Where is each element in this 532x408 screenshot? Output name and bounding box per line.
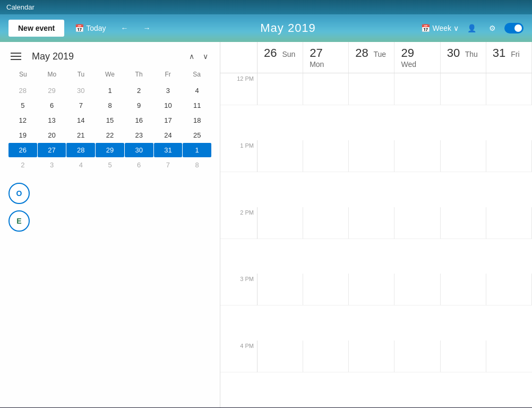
mini-cal-day-13[interactable]: 13: [38, 113, 66, 128]
today-button[interactable]: 📅 Today: [71, 22, 110, 35]
time-cell-2-4[interactable]: [441, 207, 486, 239]
outlook-account-icon[interactable]: O: [8, 183, 30, 204]
gear-icon: ⚙: [489, 24, 496, 32]
mini-cal-day-6[interactable]: 6: [125, 158, 153, 172]
time-cell-3-4[interactable]: [441, 274, 486, 305]
day-header-th: Th: [124, 69, 153, 80]
mini-cal-day-19[interactable]: 19: [8, 128, 37, 142]
day-header-sa: Sa: [182, 69, 211, 80]
mini-cal-day-2[interactable]: 2: [8, 158, 37, 172]
excel-account-icon[interactable]: E: [8, 210, 30, 232]
time-cell-4-1[interactable]: [303, 341, 349, 372]
time-cell-3-2[interactable]: [349, 274, 394, 305]
time-cell-1-0[interactable]: [258, 140, 303, 172]
mini-cal-day-4[interactable]: 4: [183, 83, 211, 98]
mini-cal-day-23[interactable]: 23: [125, 128, 153, 142]
mini-cal-day-7[interactable]: 7: [154, 158, 183, 172]
mini-cal-day-30[interactable]: 30: [66, 83, 95, 98]
time-cell-0-1[interactable]: [303, 73, 349, 105]
people-button[interactable]: 👤: [463, 22, 480, 35]
next-button[interactable]: →: [139, 22, 155, 35]
time-cell-1-1[interactable]: [303, 140, 349, 172]
mini-calendar: Su Mo Tu We Th Fr Sa 2829301234567891011…: [0, 69, 220, 172]
day-header-31: 31 Fri: [486, 42, 532, 73]
time-cell-4-5[interactable]: [486, 341, 532, 372]
week-chevron-icon: ∨: [453, 24, 459, 32]
time-cell-2-1[interactable]: [303, 207, 349, 239]
mini-cal-nav: ∧ ∨: [186, 51, 211, 62]
mini-cal-day-28[interactable]: 28: [66, 143, 95, 157]
mini-cal-day-2[interactable]: 2: [125, 83, 153, 98]
mini-cal-day-8[interactable]: 8: [183, 158, 211, 172]
week-calendar-icon: 📅: [421, 24, 430, 32]
prev-button[interactable]: ←: [117, 22, 133, 35]
mini-cal-prev-button[interactable]: ∧: [186, 51, 198, 62]
mini-cal-day-22[interactable]: 22: [96, 128, 124, 142]
mini-cal-day-3[interactable]: 3: [38, 158, 66, 172]
mini-cal-day-25[interactable]: 25: [183, 128, 211, 142]
time-cell-0-0[interactable]: [258, 73, 303, 105]
new-event-button[interactable]: New event: [8, 20, 64, 37]
time-cell-4-2[interactable]: [349, 341, 394, 372]
time-cell-4-0[interactable]: [258, 341, 303, 372]
time-cell-0-2[interactable]: [349, 73, 394, 105]
mini-cal-next-button[interactable]: ∨: [200, 51, 211, 62]
mini-cal-day-31[interactable]: 31: [154, 143, 183, 157]
time-cell-3-5[interactable]: [486, 274, 532, 305]
mini-cal-day-18[interactable]: 18: [183, 113, 211, 128]
person-icon: 👤: [467, 24, 476, 32]
mini-cal-day-5[interactable]: 5: [8, 98, 37, 113]
mini-cal-day-1[interactable]: 1: [183, 143, 211, 157]
mini-cal-day-30[interactable]: 30: [125, 143, 153, 157]
time-cell-3-3[interactable]: [394, 274, 440, 305]
mini-cal-day-12[interactable]: 12: [8, 113, 37, 128]
toggle-switch[interactable]: [504, 23, 524, 33]
mini-cal-day-15[interactable]: 15: [96, 113, 124, 128]
time-cell-2-3[interactable]: [394, 207, 440, 239]
mini-cal-day-5[interactable]: 5: [96, 158, 124, 172]
mini-cal-day-29[interactable]: 29: [96, 143, 124, 157]
time-cell-4-3[interactable]: [394, 341, 440, 372]
mini-cal-day-16[interactable]: 16: [125, 113, 153, 128]
time-cell-3-0[interactable]: [258, 274, 303, 305]
mini-cal-day-26[interactable]: 26: [8, 143, 37, 157]
mini-cal-day-1[interactable]: 1: [96, 83, 124, 98]
mini-cal-day-20[interactable]: 20: [38, 128, 66, 142]
day-header-tu: Tu: [66, 69, 96, 80]
time-label-3pm: 3 PM: [220, 274, 258, 305]
mini-cal-day-4[interactable]: 4: [66, 158, 95, 172]
hamburger-button[interactable]: [8, 50, 23, 62]
account-icons: O E: [0, 172, 220, 242]
mini-cal-day-29[interactable]: 29: [38, 83, 66, 98]
time-cell-0-3[interactable]: [394, 73, 440, 105]
mini-cal-day-3[interactable]: 3: [154, 83, 183, 98]
mini-cal-day-9[interactable]: 9: [125, 98, 153, 113]
time-cell-2-5[interactable]: [486, 207, 532, 239]
week-view-button[interactable]: 📅 Week ∨: [421, 24, 459, 32]
mini-cal-day-8[interactable]: 8: [96, 98, 124, 113]
mini-cal-day-7[interactable]: 7: [66, 98, 95, 113]
mini-cal-day-11[interactable]: 11: [183, 98, 211, 113]
time-cell-2-0[interactable]: [258, 207, 303, 239]
mini-cal-day-10[interactable]: 10: [154, 98, 183, 113]
mini-cal-day-28[interactable]: 28: [8, 83, 37, 98]
mini-cal-day-14[interactable]: 14: [66, 113, 95, 128]
time-cell-1-5[interactable]: [486, 140, 532, 172]
time-cell-3-1[interactable]: [303, 274, 349, 305]
mini-cal-day-21[interactable]: 21: [66, 128, 95, 142]
title-bar: Calendar: [0, 0, 532, 14]
settings-button[interactable]: ⚙: [485, 22, 500, 35]
time-cell-1-4[interactable]: [441, 140, 486, 172]
toolbar-month-year: May 2019: [161, 21, 415, 35]
mini-cal-day-17[interactable]: 17: [154, 113, 183, 128]
time-cell-2-2[interactable]: [349, 207, 394, 239]
outlook-icon: O: [16, 189, 22, 198]
mini-cal-day-24[interactable]: 24: [154, 128, 183, 142]
time-cell-0-5[interactable]: [486, 73, 532, 105]
time-cell-0-4[interactable]: [441, 73, 486, 105]
time-cell-1-3[interactable]: [394, 140, 440, 172]
time-cell-1-2[interactable]: [349, 140, 394, 172]
mini-cal-day-6[interactable]: 6: [38, 98, 66, 113]
mini-cal-day-27[interactable]: 27: [38, 143, 66, 157]
time-cell-4-4[interactable]: [441, 341, 486, 372]
